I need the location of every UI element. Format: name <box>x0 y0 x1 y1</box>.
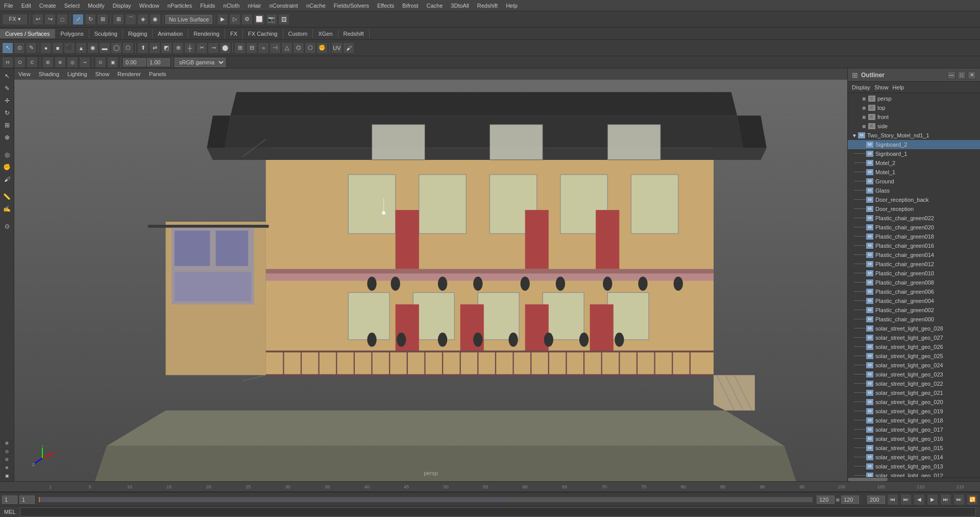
tree-item-solar016[interactable]: M solar_street_light_geo_016 <box>848 434 980 443</box>
tree-item-ground[interactable]: M Ground <box>848 177 980 186</box>
outliner-tree[interactable]: ◼ C persp ◼ C top ◼ C front ◼ C side <box>848 93 980 477</box>
tab-redshift[interactable]: Redshift <box>338 29 370 38</box>
bridge-btn[interactable]: ⇌ <box>149 42 160 54</box>
cube-btn[interactable]: ■ <box>52 42 63 54</box>
menu-fluids[interactable]: Fluids <box>196 2 219 10</box>
render-region-btn[interactable]: ⬜ <box>254 14 265 25</box>
select-tool-left[interactable]: ↖ <box>2 70 13 82</box>
platonic-btn[interactable]: ⬡ <box>122 42 134 54</box>
remesh-btn[interactable]: ⌬ <box>293 42 304 54</box>
paint-tool-left[interactable]: ✎ <box>2 83 13 94</box>
tree-item-persp[interactable]: ◼ C persp <box>848 94 980 103</box>
menu-modify[interactable]: Modify <box>84 2 108 10</box>
viewport-menu-shading[interactable]: Shading <box>39 71 59 77</box>
viewport-menu-show[interactable]: Show <box>95 71 110 77</box>
insert-edge-btn[interactable]: ┼ <box>184 42 195 54</box>
fill-hole-btn[interactable]: ⬤ <box>219 42 231 54</box>
tree-item-solar022[interactable]: M solar_street_light_geo_022 <box>848 379 980 388</box>
tab-fx-caching[interactable]: FX Caching <box>243 29 283 38</box>
tree-item-door-reception[interactable]: M Door_reception <box>848 204 980 214</box>
tab-xgen[interactable]: XGen <box>313 29 338 38</box>
snap-magnet-btn[interactable]: ⊕ <box>55 57 66 68</box>
snap-grid-btn[interactable]: ⊞ <box>113 14 124 25</box>
tree-item-chair008[interactable]: M Plastic_chair_green008 <box>848 278 980 287</box>
mel-label[interactable]: MEL <box>4 509 16 515</box>
render-btn[interactable]: ▶ <box>217 14 228 25</box>
history-btn[interactable]: ⊙ <box>95 57 106 68</box>
loop-btn[interactable]: 🔁 <box>967 494 978 505</box>
menu-help[interactable]: Help <box>502 2 522 10</box>
tree-item-solar020[interactable]: M solar_street_light_geo_020 <box>848 397 980 407</box>
current-frame-input[interactable] <box>2 496 17 504</box>
menu-nconstraint[interactable]: nConstraint <box>265 2 302 10</box>
tab-rigging[interactable]: Rigging <box>123 29 153 38</box>
paint-effects-left[interactable]: 🖌 <box>2 174 13 185</box>
tree-item-solar015[interactable]: M solar_street_light_geo_015 <box>848 443 980 453</box>
tree-item-solar014[interactable]: M solar_street_light_geo_014 <box>848 453 980 462</box>
mel-input[interactable] <box>20 507 976 516</box>
value2-input[interactable] <box>147 58 170 66</box>
new-scene-btn[interactable]: □ <box>57 14 68 25</box>
tree-item-motel2[interactable]: M Motel_2 <box>848 158 980 168</box>
tree-item-solar023[interactable]: M solar_street_light_geo_023 <box>848 370 980 379</box>
universal-tool-left[interactable]: ⊕ <box>2 132 13 143</box>
camera-more-left[interactable]: ⊕ <box>2 464 13 471</box>
disc-btn[interactable]: ◯ <box>111 42 122 54</box>
tab-animation[interactable]: Animation <box>153 29 188 38</box>
outliner-close-btn[interactable]: ✕ <box>968 71 976 79</box>
plane-btn[interactable]: ▬ <box>99 42 110 54</box>
measure-left[interactable]: 📏 <box>2 191 13 202</box>
tree-item-solar024[interactable]: M solar_street_light_geo_024 <box>848 361 980 370</box>
go-end-btn[interactable]: ⏭ <box>953 494 965 505</box>
sel-components-btn[interactable]: C <box>27 57 38 68</box>
gamma-select[interactable]: sRGB gamma <box>175 58 226 67</box>
no-live-surface-badge[interactable]: No Live Surface <box>165 15 212 24</box>
tree-item-chair018[interactable]: M Plastic_chair_green018 <box>848 232 980 241</box>
tree-item-door-reception-back[interactable]: M Door_reception_back <box>848 195 980 204</box>
tree-item-chair014[interactable]: M Plastic_chair_green014 <box>848 250 980 260</box>
tree-item-glass[interactable]: M Glass <box>848 186 980 195</box>
uv-editor-btn[interactable]: UV <box>331 42 342 54</box>
menu-edit[interactable]: Edit <box>17 2 35 10</box>
total-frames-input[interactable] <box>841 496 859 504</box>
rotate-tool-btn[interactable]: ↻ <box>85 14 96 25</box>
menu-effects[interactable]: Effects <box>373 2 398 10</box>
value1-input[interactable] <box>123 58 146 66</box>
camera-zoom-left[interactable]: ◎ <box>2 448 13 455</box>
outliner-menu-show[interactable]: Show <box>874 84 889 90</box>
sel-objects-btn[interactable]: O <box>14 57 26 68</box>
soft-mod-left[interactable]: ◎ <box>2 149 13 160</box>
viewport-menu-panels[interactable]: Panels <box>149 71 166 77</box>
retopo-btn[interactable]: ⬡ <box>305 42 316 54</box>
smooth-btn[interactable]: ≈ <box>258 42 269 54</box>
tree-item-chair012[interactable]: M Plastic_chair_green012 <box>848 260 980 269</box>
menu-select[interactable]: Select <box>60 2 84 10</box>
tree-item-top[interactable]: ◼ C top <box>848 103 980 112</box>
move-tool-btn[interactable]: ⤢ <box>72 14 84 25</box>
torus-btn[interactable]: ◉ <box>87 42 99 54</box>
fx-dropdown[interactable]: FX ▾ <box>2 14 28 25</box>
viewport-menu-lighting[interactable]: Lighting <box>67 71 87 77</box>
snap-curve-btn[interactable]: ⌒ <box>125 14 136 25</box>
camera-extra-left[interactable]: ▣ <box>2 472 13 479</box>
scale-tool-btn[interactable]: ⊞ <box>97 14 108 25</box>
split-poly-btn[interactable]: ⊸ <box>208 42 219 54</box>
tree-item-front[interactable]: ◼ C front <box>848 112 980 122</box>
tree-item-two-story[interactable]: ▼ M Two_Story_Motel_nd1_1 <box>848 131 980 140</box>
tree-item-motel1[interactable]: M Motel_1 <box>848 168 980 177</box>
menu-ncloth[interactable]: nCloth <box>219 2 244 10</box>
menu-fields[interactable]: Fields/Solvers <box>330 2 373 10</box>
tab-sculpting[interactable]: Sculpting <box>89 29 123 38</box>
tree-item-chair006[interactable]: M Plastic_chair_green006 <box>848 287 980 296</box>
render-snapshot-btn[interactable]: 📷 <box>266 14 277 25</box>
tree-item-side[interactable]: ◼ C side <box>848 122 980 131</box>
sculpt-left[interactable]: ✊ <box>2 161 13 173</box>
soft-select-btn[interactable]: ◎ <box>67 57 78 68</box>
next-key-btn[interactable]: ⏭ <box>940 494 951 505</box>
playback-start-input[interactable] <box>19 496 35 504</box>
play-fwd-btn[interactable]: ▶ <box>927 494 938 505</box>
render-settings-btn[interactable]: ⚙ <box>241 14 253 25</box>
move-tool-left[interactable]: ✛ <box>2 95 13 106</box>
paint-select-btn[interactable]: ✎ <box>26 42 37 54</box>
rotate-tool-left[interactable]: ↻ <box>2 107 13 119</box>
